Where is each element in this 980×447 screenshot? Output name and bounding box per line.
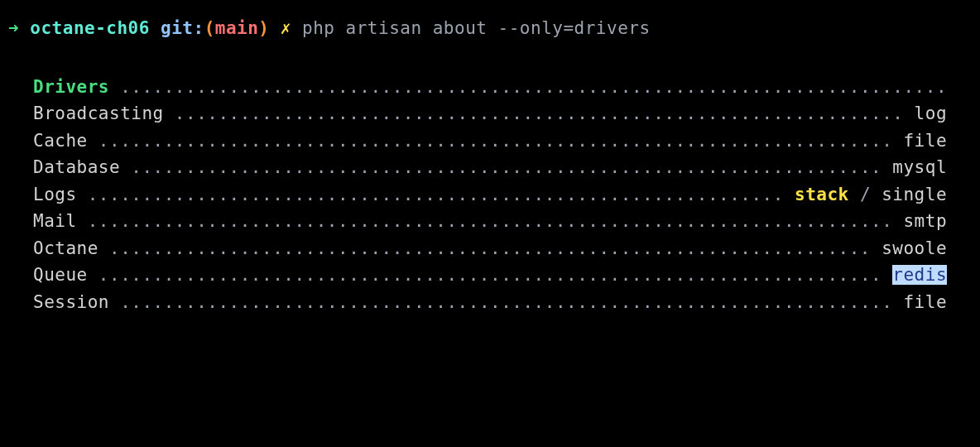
prompt-git-paren-open: ( — [204, 18, 215, 38]
row-value: file — [903, 131, 947, 151]
section-dots: ........................................… — [109, 77, 947, 97]
shell-prompt-line: ➜ octane-ch06 git:(main) ✗ php artisan a… — [0, 15, 980, 42]
prompt-git-branch: main — [215, 18, 259, 38]
row-value: file — [903, 292, 947, 312]
row-value: mysql — [892, 157, 947, 177]
prompt-directory: octane-ch06 — [30, 18, 150, 38]
prompt-dirty-icon: ✗ — [281, 18, 291, 38]
prompt-command[interactable]: php artisan about --only=drivers — [302, 18, 651, 38]
section-header-row: Drivers ................................… — [33, 74, 954, 101]
row-value: smtp — [903, 211, 947, 231]
output-row: Cache ..................................… — [33, 127, 954, 155]
prompt-git-label: git: — [161, 18, 204, 38]
row-dots: ........................................… — [77, 185, 795, 204]
prompt-git-paren-close: ) — [258, 18, 269, 38]
output-row: Mail ...................................… — [33, 208, 954, 235]
prompt-arrow-icon: ➜ — [8, 18, 19, 38]
row-label: Database — [33, 157, 120, 177]
row-dots: ........................................… — [77, 211, 904, 231]
row-label: Cache — [33, 131, 88, 151]
row-value: log — [915, 103, 947, 123]
row-dots: ........................................… — [109, 292, 903, 312]
output-row: Broadcasting ...........................… — [33, 100, 954, 127]
row-label: Logs — [33, 185, 77, 204]
row-dots: ........................................… — [120, 157, 892, 177]
row-label: Mail — [33, 211, 77, 231]
row-value-highlighted: redis — [892, 265, 947, 285]
row-label: Queue — [33, 265, 88, 285]
row-label: Broadcasting — [33, 103, 164, 123]
row-dots: ........................................… — [88, 265, 893, 285]
command-output: Drivers ................................… — [0, 74, 980, 316]
row-dots: ........................................… — [98, 238, 882, 258]
row-value-separator: / — [849, 185, 882, 204]
row-dots: ........................................… — [88, 131, 904, 151]
row-value: swoole — [882, 238, 947, 258]
row-value-secondary: single — [882, 185, 947, 204]
output-row: Octane .................................… — [33, 235, 954, 262]
section-title: Drivers — [33, 77, 109, 97]
row-dots: ........................................… — [164, 103, 915, 123]
row-value-primary: stack — [795, 185, 849, 204]
output-row: Logs ...................................… — [33, 181, 954, 209]
output-row: Session ................................… — [33, 289, 954, 316]
output-row: Database ...............................… — [33, 154, 954, 181]
row-label: Octane — [33, 238, 98, 258]
output-row: Queue ..................................… — [33, 262, 954, 289]
row-label: Session — [33, 292, 109, 312]
